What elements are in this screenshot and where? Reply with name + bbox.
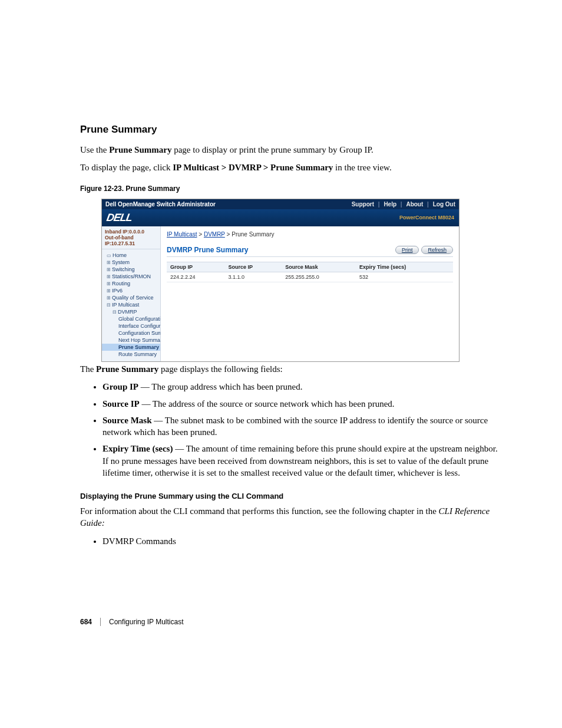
expand-icon: ⊞ xyxy=(107,260,111,265)
collapse-icon: ⊟ xyxy=(113,309,117,315)
refresh-button[interactable]: Refresh xyxy=(421,246,453,254)
nav-label: Quality of Service xyxy=(112,295,154,301)
intro-paragraph-2: To display the page, click IP Multicast … xyxy=(80,162,500,173)
col-source-mask: Source Mask xyxy=(282,262,356,272)
nav-label: Home xyxy=(113,252,127,258)
footer-text: Configuring IP Multicast xyxy=(109,618,184,626)
cell-source-ip: 3.1.1.0 xyxy=(225,272,282,282)
term: Group IP xyxy=(103,382,138,391)
col-expiry: Expiry Time (secs) xyxy=(356,262,453,272)
page-footer: 684 Configuring IP Multicast xyxy=(80,618,500,626)
field-list: Group IP — The group address which has b… xyxy=(80,381,500,479)
nav-system[interactable]: ⊞System xyxy=(102,259,160,266)
dell-logo: DELL xyxy=(105,212,133,224)
prune-table: Group IP Source IP Source Mask Expiry Ti… xyxy=(167,262,453,282)
footer-divider xyxy=(100,618,101,626)
term: Source IP xyxy=(103,399,140,409)
term: Expiry Time (secs) xyxy=(103,444,173,453)
window-title: Dell OpenManage Switch Administrator xyxy=(105,201,216,207)
list-item: Source Mask — The subnet mask to be comb… xyxy=(103,414,500,439)
expand-icon: ⊞ xyxy=(107,274,111,279)
nav-label: DVMRP xyxy=(118,309,137,315)
list-item: Expiry Time (secs) — The amount of time … xyxy=(103,443,500,479)
nav-prune-summary[interactable]: Prune Summary xyxy=(102,344,160,351)
logout-link[interactable]: Log Out xyxy=(433,201,455,207)
list-item: Source IP — The address of the source or… xyxy=(103,398,500,410)
embedded-screenshot: Dell OpenManage Switch Administrator Sup… xyxy=(101,199,459,363)
collapse-icon: ⊟ xyxy=(107,302,111,308)
main-panel: IP Multicast > DVMRP > Prune Summary DVM… xyxy=(161,226,459,362)
nav-ipv6[interactable]: ⊞IPv6 xyxy=(102,287,160,294)
nav-label: Global Configuration xyxy=(118,316,160,322)
nav-label: Configuration Summa xyxy=(118,330,160,336)
nav-statistics[interactable]: ⊞Statistics/RMON xyxy=(102,273,160,280)
breadcrumb: IP Multicast > DVMRP > Prune Summary xyxy=(167,231,453,238)
panel-title: DVMRP Prune Summary xyxy=(167,246,249,254)
col-group-ip: Group IP xyxy=(167,262,225,272)
nav-home[interactable]: ▭Home xyxy=(102,252,160,259)
breadcrumb-dvmrp[interactable]: DVMRP xyxy=(204,231,225,238)
product-name: PowerConnect M8024 xyxy=(399,215,454,220)
term: Prune Summary xyxy=(96,364,158,374)
nav-label: Switching xyxy=(112,266,135,272)
text: page to display or print the prune summa… xyxy=(171,145,373,154)
nav-label: Prune Summary xyxy=(118,344,159,350)
expand-icon: ⊞ xyxy=(107,267,111,272)
nav-dvmrp[interactable]: ⊟DVMRP xyxy=(102,308,160,315)
nav-nexthop-summary[interactable]: Next Hop Summary xyxy=(102,337,160,344)
desc: — The group address which has been prune… xyxy=(138,382,302,391)
nav-switching[interactable]: ⊞Switching xyxy=(102,266,160,273)
text: The xyxy=(80,364,96,374)
home-icon: ▭ xyxy=(107,253,111,258)
expand-icon: ⊞ xyxy=(107,281,111,286)
breadcrumb-ipmulticast[interactable]: IP Multicast xyxy=(167,231,197,238)
nav-label: Next Hop Summary xyxy=(118,337,160,343)
nav-label: IP Multicast xyxy=(112,302,139,308)
nav-label: Route Summary xyxy=(118,351,157,357)
support-link[interactable]: Support xyxy=(352,201,374,207)
col-source-ip: Source IP xyxy=(225,262,282,272)
figure-caption: Figure 12-23. Prune Summary xyxy=(80,185,500,193)
nav-list: ▭Home ⊞System ⊞Switching ⊞Statistics/RMO… xyxy=(102,252,160,361)
logo-band: DELL PowerConnect M8024 xyxy=(102,209,459,226)
term: Prune Summary xyxy=(109,145,171,154)
text: Use the xyxy=(80,145,109,154)
text: To display the page, click xyxy=(80,163,173,172)
cell-expiry: 532 xyxy=(356,272,453,282)
window-titlebar: Dell OpenManage Switch Administrator Sup… xyxy=(102,199,459,209)
nav-label: Interface Configuration xyxy=(118,323,160,329)
nav-qos[interactable]: ⊞Quality of Service xyxy=(102,294,160,301)
page-number: 684 xyxy=(80,618,92,626)
cell-source-mask: 255.255.255.0 xyxy=(282,272,356,282)
expand-icon: ⊞ xyxy=(107,288,111,294)
nav-label: Routing xyxy=(112,281,130,286)
nav-label: Statistics/RMON xyxy=(112,274,151,279)
nav-ipmulticast[interactable]: ⊟IP Multicast xyxy=(102,301,160,308)
table-row: 224.2.2.24 3.1.1.0 255.255.255.0 532 xyxy=(167,272,453,282)
nav-config-summary[interactable]: Configuration Summa xyxy=(102,330,160,337)
table-header-row: Group IP Source IP Source Mask Expiry Ti… xyxy=(167,262,453,272)
desc: — The address of the source or source ne… xyxy=(140,399,395,409)
text: page displays the following fields: xyxy=(158,364,282,374)
about-link[interactable]: About xyxy=(406,201,423,207)
nav-route-summary[interactable]: Route Summary xyxy=(102,351,160,358)
expand-icon: ⊞ xyxy=(107,295,111,301)
inband-ip: Inband IP:0.0.0.0 xyxy=(105,229,157,235)
desc: — The subnet mask to be combined with th… xyxy=(103,416,488,437)
nav-routing[interactable]: ⊞Routing xyxy=(102,280,160,287)
nav-global-config[interactable]: Global Configuration xyxy=(102,315,160,322)
term: Source Mask xyxy=(103,416,151,425)
text: in the tree view. xyxy=(333,163,391,172)
breadcrumb-current: Prune Summary xyxy=(232,231,274,238)
print-button[interactable]: Print xyxy=(395,246,419,254)
post-figure-paragraph: The Prune Summary page displays the foll… xyxy=(80,363,500,375)
outofband-ip: Out-of-band IP:10.27.5.31 xyxy=(105,235,157,246)
nav-interface-config[interactable]: Interface Configuration xyxy=(102,322,160,330)
nav-tree: Inband IP:0.0.0.0 Out-of-band IP:10.27.5… xyxy=(102,226,161,362)
cli-bullet-list: DVMRP Commands xyxy=(80,535,500,547)
text: For information about the CLI command th… xyxy=(80,506,439,516)
intro-paragraph-1: Use the Prune Summary page to display or… xyxy=(80,144,500,156)
help-link[interactable]: Help xyxy=(384,201,396,207)
list-item: DVMRP Commands xyxy=(103,535,500,547)
ip-info: Inband IP:0.0.0.0 Out-of-band IP:10.27.5… xyxy=(102,226,160,250)
